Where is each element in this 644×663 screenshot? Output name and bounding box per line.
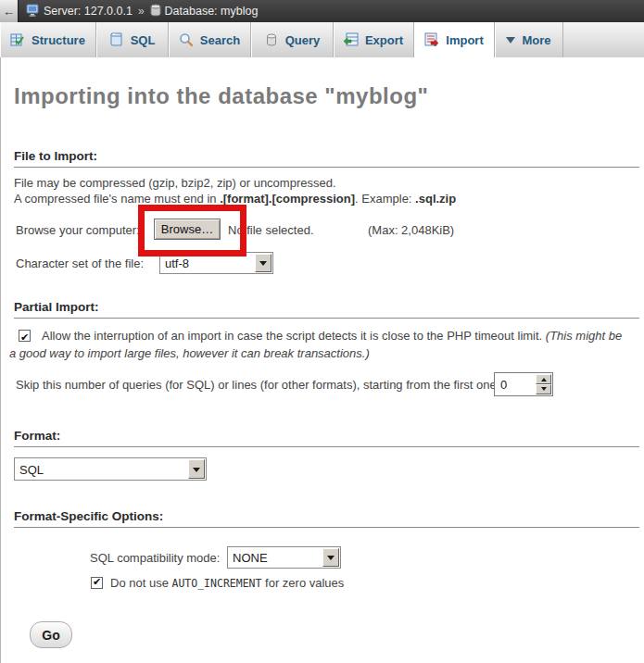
format-select-value: SQL bbox=[19, 462, 44, 476]
sql-compat-select[interactable]: NONE bbox=[227, 546, 341, 569]
chevron-down-icon bbox=[506, 37, 515, 48]
charset-label: Character set of the file: bbox=[16, 256, 144, 270]
tab-label: Query bbox=[285, 33, 321, 47]
structure-icon bbox=[10, 32, 25, 47]
skip-queries-input[interactable]: 0 bbox=[494, 372, 553, 396]
format-compression-token: .[format].[compression] bbox=[220, 192, 355, 206]
tab-structure[interactable]: Structure bbox=[0, 22, 96, 57]
allow-interrupt-row: Allow the interruption of an import in c… bbox=[9, 328, 638, 362]
section-format-legend: Format: bbox=[14, 429, 639, 447]
tab-label: Structure bbox=[32, 33, 85, 47]
left-border bbox=[0, 57, 1, 663]
compression-note-line2: A compressed file's name must end in bbox=[14, 192, 220, 206]
breadcrumb-server[interactable]: Server: 127.0.0.1 bbox=[44, 5, 133, 18]
tab-bar: Structure SQL Search bbox=[0, 22, 644, 57]
back-button[interactable]: ← bbox=[0, 0, 19, 22]
sql-compat-label: SQL compatibility mode: bbox=[90, 551, 220, 565]
go-button[interactable]: Go bbox=[30, 621, 72, 648]
database-icon bbox=[150, 4, 161, 19]
breadcrumb-separator: » bbox=[138, 5, 145, 18]
autoinc-label-prefix: Do not use bbox=[110, 576, 172, 590]
format-select[interactable]: SQL bbox=[14, 457, 207, 481]
spinner-up-icon[interactable] bbox=[536, 374, 551, 384]
compression-note: File may be compressed (gzip, bzip2, zip… bbox=[14, 176, 637, 206]
autoinc-code: AUTO_INCREMENT bbox=[172, 577, 262, 590]
tab-sql[interactable]: SQL bbox=[96, 22, 169, 57]
allow-interrupt-label: Allow the interruption of an import in c… bbox=[42, 329, 546, 343]
tab-label: SQL bbox=[131, 33, 156, 47]
skip-queries-label: Skip this number of queries (for SQL) or… bbox=[16, 378, 499, 392]
tab-import[interactable]: Import bbox=[414, 22, 495, 57]
tab-search[interactable]: Search bbox=[169, 22, 251, 57]
sql-compat-select-value: NONE bbox=[233, 551, 268, 565]
dropdown-arrow-icon[interactable] bbox=[188, 459, 205, 479]
dropdown-arrow-icon[interactable] bbox=[255, 254, 271, 272]
skip-queries-value: 0 bbox=[500, 378, 507, 392]
tab-export[interactable]: Export bbox=[334, 22, 414, 57]
allow-interrupt-note-line1: (This might be bbox=[546, 329, 622, 343]
browse-button[interactable]: Browse… bbox=[154, 219, 221, 240]
tab-label: Search bbox=[200, 33, 240, 47]
breadcrumb-database[interactable]: Database: myblog bbox=[165, 5, 259, 18]
example-label: . Example: bbox=[355, 192, 415, 206]
browse-label: Browse your computer: bbox=[16, 223, 140, 237]
spinner-down-icon[interactable] bbox=[536, 384, 551, 394]
charset-select-value: utf-8 bbox=[165, 256, 189, 270]
autoinc-checkbox[interactable] bbox=[91, 577, 103, 589]
server-icon bbox=[26, 4, 40, 19]
sql-icon bbox=[109, 32, 124, 47]
no-file-selected-text: No file selected. bbox=[228, 223, 314, 237]
allow-interrupt-note-line2: a good way to import large files, howeve… bbox=[9, 346, 370, 360]
export-icon bbox=[344, 32, 359, 47]
query-icon bbox=[264, 32, 279, 47]
search-icon bbox=[179, 32, 194, 47]
autoinc-row: Do not use AUTO_INCREMENT for zero value… bbox=[91, 576, 344, 590]
dropdown-arrow-icon[interactable] bbox=[322, 548, 339, 567]
section-file-to-import-legend: File to Import: bbox=[14, 149, 639, 168]
page-title: Importing into the database "myblog" bbox=[14, 83, 428, 109]
tab-label: More bbox=[522, 33, 550, 47]
import-page: ← Server: 127.0.0.1 » Database: myblog bbox=[0, 0, 644, 663]
charset-select[interactable]: utf-8 bbox=[159, 252, 273, 274]
section-format-options-legend: Format-Specific Options: bbox=[14, 509, 639, 528]
section-partial-import-legend: Partial Import: bbox=[14, 300, 639, 319]
example-extension: .sql.zip bbox=[415, 192, 456, 206]
import-icon bbox=[424, 32, 439, 47]
tab-more[interactable]: More bbox=[495, 22, 563, 57]
tab-query[interactable]: Query bbox=[251, 22, 334, 57]
breadcrumb-bar: ← Server: 127.0.0.1 » Database: myblog bbox=[0, 0, 644, 22]
allow-interrupt-checkbox[interactable] bbox=[19, 330, 31, 342]
autoinc-label-suffix: for zero values bbox=[261, 576, 344, 590]
tab-label: Import bbox=[446, 33, 483, 47]
max-size-text: (Max: 2,048KiB) bbox=[368, 223, 454, 237]
tab-label: Export bbox=[365, 33, 403, 47]
compression-note-line1: File may be compressed (gzip, bzip2, zip… bbox=[14, 176, 336, 190]
